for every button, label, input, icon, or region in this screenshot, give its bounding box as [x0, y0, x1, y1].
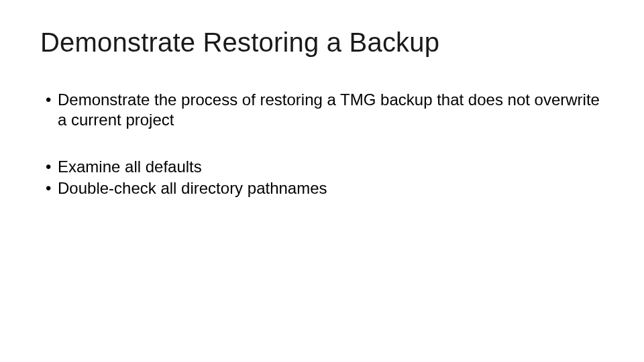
bullet-text: Demonstrate the process of restoring a T…: [58, 90, 604, 130]
bullet-item: • Double-check all directory pathnames: [40, 178, 604, 198]
slide-body: • Demonstrate the process of restoring a…: [40, 90, 604, 198]
slide: Demonstrate Restoring a Backup • Demonst…: [0, 0, 644, 362]
bullet-item: • Examine all defaults: [40, 157, 604, 177]
bullet-icon: •: [46, 178, 58, 198]
bullet-icon: •: [46, 157, 58, 177]
bullet-item: • Demonstrate the process of restoring a…: [40, 90, 604, 130]
slide-title: Demonstrate Restoring a Backup: [40, 27, 604, 58]
bullet-icon: •: [46, 90, 58, 110]
bullet-group-1: • Demonstrate the process of restoring a…: [40, 90, 604, 130]
bullet-text: Examine all defaults: [58, 157, 604, 177]
bullet-group-2: • Examine all defaults • Double-check al…: [40, 157, 604, 198]
bullet-text: Double-check all directory pathnames: [58, 178, 604, 198]
